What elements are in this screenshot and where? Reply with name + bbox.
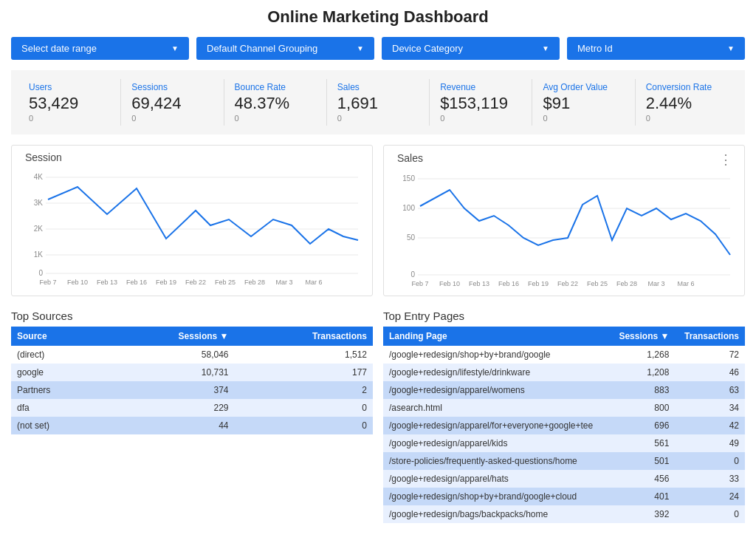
transactions-cell: 0: [675, 452, 745, 470]
sessions-cell: 800: [610, 399, 675, 417]
sessions-cell: 1,208: [610, 364, 675, 381]
col-sessions-ep[interactable]: Sessions ▼: [610, 327, 675, 346]
transactions-cell: 2: [234, 381, 373, 399]
metric-sessions: Sessions 69,424 0: [121, 79, 224, 126]
table-row: (not set) 44 0: [11, 417, 373, 434]
svg-text:0: 0: [38, 269, 43, 277]
page-cell: /google+redesign/lifestyle/drinkware: [383, 364, 610, 381]
metric-avg-order-value: Avg Order Value $91 0: [532, 79, 635, 126]
transactions-cell: 34: [675, 399, 745, 417]
transactions-cell: 0: [675, 505, 745, 523]
table-row: /google+redesign/apparel/hats 456 33: [383, 470, 745, 488]
filter-date-range[interactable]: Select date range ▼: [11, 37, 189, 60]
svg-text:Feb 7: Feb 7: [39, 279, 56, 286]
svg-text:Feb 10: Feb 10: [439, 280, 460, 287]
metrics-bar: Users 53,429 0 Sessions 69,424 0 Bounce …: [11, 70, 745, 134]
page-cell: /google+redesign/shop+by+brand/google: [383, 346, 610, 364]
session-chart: Session 4K 3K 2K 1K 0 Feb 7 Feb 10: [11, 145, 373, 296]
svg-text:Mar 6: Mar 6: [677, 280, 694, 287]
col-transactions-ep[interactable]: Transactions: [675, 327, 745, 346]
svg-text:50: 50: [407, 233, 416, 242]
page-cell: /google+redesign/apparel/womens: [383, 381, 610, 399]
table-row: dfa 229 0: [11, 399, 373, 417]
page-cell: /google+redesign/shop+by+brand/google+cl…: [383, 488, 610, 505]
top-entry-pages-table: Landing Page Sessions ▼ Transactions /go…: [383, 327, 745, 523]
svg-text:4K: 4K: [34, 173, 44, 181]
table-row: (direct) 58,046 1,512: [11, 346, 373, 364]
charts-row: Session 4K 3K 2K 1K 0 Feb 7 Feb 10: [11, 145, 745, 296]
svg-text:Mar 6: Mar 6: [305, 279, 322, 286]
filters-bar: Select date range ▼ Default Channel Grou…: [11, 37, 745, 60]
filter-metro-id[interactable]: Metro Id ▼: [567, 37, 745, 60]
svg-text:Feb 28: Feb 28: [616, 280, 637, 287]
more-options-icon[interactable]: ⋮: [715, 151, 737, 168]
svg-text:Feb 13: Feb 13: [469, 280, 489, 287]
source-cell: dfa: [11, 399, 106, 417]
svg-text:Feb 19: Feb 19: [528, 280, 549, 287]
svg-text:100: 100: [402, 204, 415, 212]
table-row: Partners 374 2: [11, 381, 373, 399]
svg-text:Feb 16: Feb 16: [126, 279, 147, 286]
col-sessions[interactable]: Sessions ▼: [106, 327, 235, 346]
page-cell: /store-policies/frequently-asked-questio…: [383, 452, 610, 470]
svg-text:Feb 28: Feb 28: [244, 279, 265, 286]
svg-text:Feb 7: Feb 7: [411, 280, 428, 287]
table-row: /google+redesign/apparel/for+everyone+go…: [383, 417, 745, 434]
transactions-cell: 46: [675, 364, 745, 381]
table-row: /google+redesign/bags/backpacks/home 392…: [383, 505, 745, 523]
metric-conversion-rate: Conversion Rate 2.44% 0: [636, 79, 738, 126]
transactions-cell: 33: [675, 470, 745, 488]
table-row: /google+redesign/apparel/womens 883 63: [383, 381, 745, 399]
table-row: google 10,731 177: [11, 364, 373, 381]
table-row: /google+redesign/lifestyle/drinkware 1,2…: [383, 364, 745, 381]
transactions-cell: 63: [675, 381, 745, 399]
metric-users: Users 53,429 0: [18, 79, 121, 126]
source-cell: (not set): [11, 417, 106, 434]
transactions-cell: 1,512: [234, 346, 373, 364]
source-cell: (direct): [11, 346, 106, 364]
page-cell: /google+redesign/apparel/hats: [383, 470, 610, 488]
top-sources-section: Top Sources Source Sessions ▼ Transactio…: [11, 310, 373, 523]
transactions-cell: 0: [234, 399, 373, 417]
page-title: Online Marketing Dashboard: [11, 7, 745, 27]
sessions-cell: 1,268: [610, 346, 675, 364]
svg-text:Feb 25: Feb 25: [587, 280, 608, 287]
sessions-cell: 501: [610, 452, 675, 470]
transactions-cell: 24: [675, 488, 745, 505]
metric-revenue: Revenue $153,119 0: [430, 79, 532, 126]
svg-text:150: 150: [402, 174, 415, 182]
table-row: /google+redesign/shop+by+brand/google 1,…: [383, 346, 745, 364]
col-landing-page[interactable]: Landing Page: [383, 327, 610, 346]
session-chart-title: Session: [19, 151, 62, 163]
sales-chart: Sales ⋮ 150 100 50 0 Feb 7 Feb 10 Feb 13: [383, 145, 745, 296]
source-cell: google: [11, 364, 106, 381]
col-source[interactable]: Source: [11, 327, 106, 346]
table-row: /store-policies/frequently-asked-questio…: [383, 452, 745, 470]
svg-text:3K: 3K: [34, 199, 44, 207]
filter-channel-grouping[interactable]: Default Channel Grouping ▼: [196, 37, 374, 60]
chevron-down-icon: ▼: [542, 44, 549, 52]
page-cell: /asearch.html: [383, 399, 610, 417]
top-entry-pages-section: Top Entry Pages Landing Page Sessions ▼ …: [383, 310, 745, 523]
table-row: /asearch.html 800 34: [383, 399, 745, 417]
sessions-cell: 44: [106, 417, 235, 434]
col-transactions[interactable]: Transactions: [234, 327, 373, 346]
sessions-cell: 374: [106, 381, 235, 399]
svg-text:Feb 10: Feb 10: [67, 279, 88, 286]
page-cell: /google+redesign/apparel/kids: [383, 434, 610, 452]
transactions-cell: 49: [675, 434, 745, 452]
svg-text:Feb 25: Feb 25: [215, 279, 236, 286]
filter-device-category[interactable]: Device Category ▼: [382, 37, 560, 60]
table-row: /google+redesign/shop+by+brand/google+cl…: [383, 488, 745, 505]
top-entry-pages-title: Top Entry Pages: [383, 310, 745, 322]
sessions-cell: 561: [610, 434, 675, 452]
svg-text:Mar 3: Mar 3: [275, 279, 292, 286]
svg-text:Feb 19: Feb 19: [156, 279, 176, 286]
sessions-cell: 401: [610, 488, 675, 505]
svg-text:2K: 2K: [34, 225, 44, 233]
sessions-cell: 229: [106, 399, 235, 417]
sessions-cell: 392: [610, 505, 675, 523]
transactions-cell: 0: [234, 417, 373, 434]
transactions-cell: 42: [675, 417, 745, 434]
svg-text:Feb 13: Feb 13: [97, 279, 117, 286]
